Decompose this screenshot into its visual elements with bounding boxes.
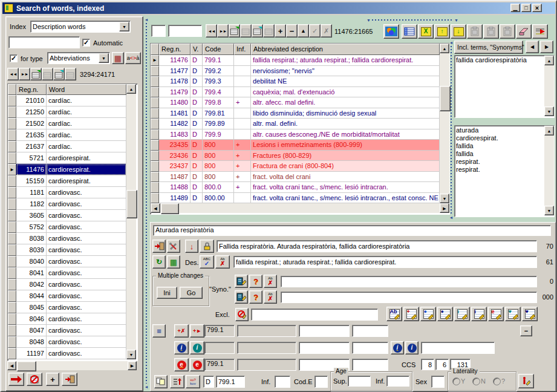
excel-export-button[interactable]: X xyxy=(418,24,434,39)
next-page-button[interactable]: ►► xyxy=(217,24,229,38)
doc-type-field[interactable] xyxy=(203,376,214,388)
ccs-field-2[interactable] xyxy=(435,359,449,370)
syno-help-button-2[interactable]: ? xyxy=(249,290,262,304)
left-prev-mark-button[interactable] xyxy=(42,68,53,80)
word-list-row[interactable]: 15159 cardiorespirat. xyxy=(8,175,126,187)
incl-term-item[interactable]: fallida cardiorespiratòria xyxy=(456,56,543,64)
spellcheck-button[interactable]: ABC✓ xyxy=(200,255,214,269)
bottom-code-field[interactable] xyxy=(216,376,245,388)
syno-delete-button-2[interactable]: Ab✗ xyxy=(264,290,277,304)
scroll-up-button[interactable]: ▲ xyxy=(544,56,554,65)
codes-table-vscrollbar[interactable]: ▲ ▼ xyxy=(440,44,449,203)
synonyms-vscrollbar[interactable]: ▲ ▼ xyxy=(544,126,554,215)
info-view-button-2[interactable]: i xyxy=(405,341,419,354)
scroll-up-button[interactable]: ▲ xyxy=(544,126,554,136)
word-list-row[interactable]: 21502 cardíac. xyxy=(8,118,126,129)
cod-e-field[interactable] xyxy=(314,376,328,388)
edit-record-button[interactable]: ▲ xyxy=(298,24,309,38)
word-list-row[interactable]: 21250 cardíac. xyxy=(8,106,126,118)
go-button[interactable]: Go xyxy=(180,287,203,299)
e-code-field-4[interactable] xyxy=(352,359,388,371)
word-list-row[interactable]: 21635 cardíac. xyxy=(8,129,126,141)
delete-record-button[interactable]: − xyxy=(286,24,298,38)
type-dropdown-button[interactable]: ▼ xyxy=(99,53,109,63)
codes-table-row[interactable]: 11482 D 799.89 altr. mal. defini. xyxy=(151,119,440,129)
detail-exit-button[interactable] xyxy=(152,240,166,253)
grid-view-button[interactable] xyxy=(402,24,417,39)
info-view-button[interactable]: i xyxy=(190,341,204,354)
prev-page-button[interactable]: ◄◄ xyxy=(206,24,217,38)
word-list-row[interactable]: 8047 cardiovasc. xyxy=(8,325,126,336)
word-list-row[interactable]: 1181 cardiovasc. xyxy=(8,187,126,198)
abbrev-description-field[interactable] xyxy=(233,256,537,268)
scroll-left-button[interactable]: ◀ xyxy=(151,203,160,213)
syno-delete-button-1[interactable]: Ab✗ xyxy=(264,275,277,288)
first-mark-button[interactable] xyxy=(229,24,240,38)
notepad-button[interactable]: e xyxy=(488,307,504,321)
index-select[interactable]: Description words ▼ xyxy=(30,21,131,33)
erase-button[interactable] xyxy=(516,24,532,39)
scroll-down-button[interactable]: ▼ xyxy=(440,194,449,203)
word-list-row[interactable]: 8045 cardiovasc. xyxy=(8,302,126,313)
syno-edit-button-2[interactable] xyxy=(235,290,248,304)
syno-field-2[interactable] xyxy=(281,292,537,303)
codes-table-row[interactable]: 11477 D 799.2 nerviosisme; "nervis" xyxy=(151,66,440,77)
codes-table-row[interactable]: 11481 D 799.81 libido disminuïda; dismin… xyxy=(151,108,440,119)
hierarchy-button[interactable]: ▦ xyxy=(167,255,180,269)
index-dropdown-button[interactable]: ▼ xyxy=(119,22,129,31)
codes-table-row[interactable]: 11483 D 799.9 altr. causes desconeg./NE … xyxy=(151,129,440,140)
code-field-4[interactable] xyxy=(352,325,388,337)
type-select[interactable]: Abbreviations ▼ xyxy=(47,52,110,64)
goto-word-button[interactable] xyxy=(8,373,24,386)
word-list-row[interactable]: 11197 cardiovasc. xyxy=(8,348,126,359)
scroll-right-button[interactable]: ▶ xyxy=(128,361,137,370)
synonym-item[interactable]: aturada xyxy=(456,126,543,134)
code-field-3[interactable] xyxy=(299,325,350,337)
code-filter-input[interactable] xyxy=(151,25,166,37)
column-header-inf[interactable]: Inf. xyxy=(234,44,251,55)
transfer-button[interactable] xyxy=(532,24,548,39)
sort-button[interactable] xyxy=(170,375,184,388)
age-inf-field[interactable] xyxy=(386,376,409,387)
codes-add-button[interactable]: +✗ xyxy=(174,324,189,338)
synonym-item[interactable]: fallida xyxy=(456,150,543,158)
abbrev-delete-button[interactable]: Ab✗ xyxy=(215,255,230,269)
word-list-row[interactable]: 8044 cardiovasc. xyxy=(8,290,126,302)
scroll-down-button[interactable]: ▼ xyxy=(544,106,554,116)
word-list-hscrollbar[interactable]: ◀ ▶ xyxy=(7,361,137,370)
synonym-item[interactable]: respirat. xyxy=(456,166,543,174)
for-type-checkbox[interactable]: ✓ xyxy=(10,54,18,62)
scroll-left-button[interactable]: ◀ xyxy=(7,361,16,370)
minimize-button[interactable]: ▁ xyxy=(510,4,520,12)
sign-button[interactable] xyxy=(518,374,534,388)
word-list-row[interactable]: 8048 cardiovasc. xyxy=(8,336,126,348)
word-list-row[interactable]: 8046 cardiovasc. xyxy=(8,313,126,325)
export-grid-button[interactable]: ↓ xyxy=(451,24,466,39)
tab-prev-button[interactable]: ◀ xyxy=(526,41,539,53)
e-edit-button[interactable]: e xyxy=(174,358,189,371)
accent-convert-button[interactable]: a<>à xyxy=(125,52,141,64)
left-prev-page-button[interactable]: ◄◄ xyxy=(7,68,19,80)
ccs-field-1[interactable] xyxy=(421,359,434,370)
scrollbar-thumb[interactable] xyxy=(161,203,179,214)
scroll-right-button[interactable]: ▶ xyxy=(440,203,449,213)
word-search-input[interactable] xyxy=(8,36,80,48)
word-list-row[interactable]: 8038 cardiovasc. xyxy=(8,233,126,244)
xref-button[interactable]: xo?kov xyxy=(186,375,200,388)
exit-button[interactable] xyxy=(62,373,77,386)
text-filter-input[interactable] xyxy=(168,25,202,37)
synonym-item[interactable]: respirat. xyxy=(456,158,543,166)
notepad-button[interactable]: ♥ xyxy=(505,307,521,321)
codes-table-row[interactable]: 11480 D 799.8 + altr. afecc. mal defini. xyxy=(151,97,440,108)
info-edit-button-2[interactable]: i xyxy=(391,341,404,354)
prev-mark-button[interactable] xyxy=(240,24,252,38)
column-header-regn[interactable]: Reg.n. xyxy=(159,44,191,55)
word-list-row[interactable]: 5752 cardiovasc. xyxy=(8,221,126,233)
codes-table-row[interactable]: 11479 D 799.4 caquèxia; mal. d'extenuaci… xyxy=(151,87,440,98)
codes-table-row[interactable]: 11478 D 799.3 debilitat NE xyxy=(151,76,440,87)
inf-field[interactable] xyxy=(275,376,290,388)
codes-table-row[interactable]: 23435 D 800 + Lesions i emmetzinaments (… xyxy=(151,140,440,151)
word-list-row[interactable]: 8039 cardiovasc. xyxy=(8,244,126,256)
right-splitter[interactable]: ◄ ◄ xyxy=(449,41,453,220)
paste-button-3[interactable] xyxy=(500,24,515,39)
